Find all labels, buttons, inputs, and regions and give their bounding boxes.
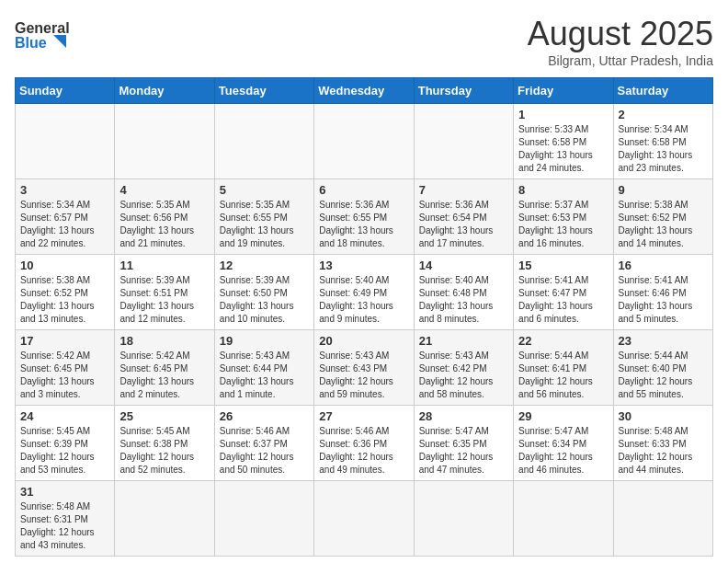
day-number: 25 [119,409,209,423]
calendar-cell: 30Sunrise: 5:48 AM Sunset: 6:33 PM Dayli… [613,406,712,481]
calendar-header-row: Sunday Monday Tuesday Wednesday Thursday… [16,78,713,104]
calendar-cell: 11Sunrise: 5:39 AM Sunset: 6:51 PM Dayli… [115,255,214,330]
svg-text:Blue: Blue [15,35,47,51]
logo: General Blue [15,15,70,55]
calendar-week-row: 1Sunrise: 5:33 AM Sunset: 6:58 PM Daylig… [16,104,713,179]
day-info: Sunrise: 5:38 AM Sunset: 6:52 PM Dayligh… [619,199,708,250]
calendar-week-row: 10Sunrise: 5:38 AM Sunset: 6:52 PM Dayli… [16,255,713,330]
calendar-cell: 31Sunrise: 5:48 AM Sunset: 6:31 PM Dayli… [16,481,115,557]
calendar-cell: 12Sunrise: 5:39 AM Sunset: 6:50 PM Dayli… [214,255,313,330]
calendar-cell: 20Sunrise: 5:43 AM Sunset: 6:43 PM Dayli… [314,330,414,406]
svg-marker-2 [53,35,66,48]
day-number: 31 [20,485,109,499]
calendar-cell [613,481,712,557]
day-info: Sunrise: 5:33 AM Sunset: 6:58 PM Dayligh… [518,123,608,175]
day-number: 10 [20,259,109,272]
day-number: 13 [319,259,408,272]
col-saturday: Saturday [613,78,712,104]
day-number: 12 [220,259,309,272]
day-info: Sunrise: 5:45 AM Sunset: 6:39 PM Dayligh… [20,425,109,477]
day-number: 9 [619,183,708,197]
day-number: 19 [220,334,309,348]
day-info: Sunrise: 5:48 AM Sunset: 6:33 PM Dayligh… [619,425,708,477]
calendar-cell [115,481,214,557]
calendar-cell [514,481,613,557]
day-number: 24 [20,409,109,423]
day-number: 29 [518,409,608,423]
col-wednesday: Wednesday [314,78,414,104]
day-number: 18 [119,334,209,348]
day-info: Sunrise: 5:43 AM Sunset: 6:43 PM Dayligh… [319,350,408,401]
day-number: 30 [619,409,708,423]
calendar-cell [16,104,115,179]
day-info: Sunrise: 5:43 AM Sunset: 6:44 PM Dayligh… [220,350,309,401]
day-number: 26 [220,409,309,423]
calendar-cell [414,481,513,557]
day-number: 16 [619,259,708,272]
calendar-cell: 7Sunrise: 5:36 AM Sunset: 6:54 PM Daylig… [414,179,513,255]
day-info: Sunrise: 5:37 AM Sunset: 6:53 PM Dayligh… [518,199,608,250]
day-info: Sunrise: 5:45 AM Sunset: 6:38 PM Dayligh… [119,425,209,477]
day-info: Sunrise: 5:38 AM Sunset: 6:52 PM Dayligh… [20,274,109,326]
day-info: Sunrise: 5:34 AM Sunset: 6:58 PM Dayligh… [619,123,708,175]
day-info: Sunrise: 5:35 AM Sunset: 6:56 PM Dayligh… [119,199,209,250]
day-number: 11 [119,259,209,272]
calendar-cell: 2Sunrise: 5:34 AM Sunset: 6:58 PM Daylig… [613,104,712,179]
col-thursday: Thursday [414,78,513,104]
day-number: 1 [518,108,608,121]
day-info: Sunrise: 5:36 AM Sunset: 6:55 PM Dayligh… [319,199,408,250]
day-info: Sunrise: 5:42 AM Sunset: 6:45 PM Dayligh… [119,350,209,401]
calendar-cell: 16Sunrise: 5:41 AM Sunset: 6:46 PM Dayli… [613,255,712,330]
day-number: 5 [220,183,309,197]
day-info: Sunrise: 5:48 AM Sunset: 6:31 PM Dayligh… [20,500,109,552]
calendar-cell: 15Sunrise: 5:41 AM Sunset: 6:47 PM Dayli… [514,255,613,330]
calendar-cell: 26Sunrise: 5:46 AM Sunset: 6:37 PM Dayli… [214,406,313,481]
calendar-cell: 28Sunrise: 5:47 AM Sunset: 6:35 PM Dayli… [414,406,513,481]
calendar-cell: 21Sunrise: 5:43 AM Sunset: 6:42 PM Dayli… [414,330,513,406]
day-info: Sunrise: 5:42 AM Sunset: 6:45 PM Dayligh… [20,350,109,401]
day-number: 20 [319,334,408,348]
day-info: Sunrise: 5:34 AM Sunset: 6:57 PM Dayligh… [20,199,109,250]
col-sunday: Sunday [16,78,115,104]
calendar-cell: 27Sunrise: 5:46 AM Sunset: 6:36 PM Dayli… [314,406,414,481]
day-number: 8 [518,183,608,197]
day-info: Sunrise: 5:47 AM Sunset: 6:35 PM Dayligh… [419,425,508,477]
calendar-cell: 8Sunrise: 5:37 AM Sunset: 6:53 PM Daylig… [514,179,613,255]
day-info: Sunrise: 5:41 AM Sunset: 6:47 PM Dayligh… [518,274,608,326]
col-friday: Friday [514,78,613,104]
calendar-cell: 3Sunrise: 5:34 AM Sunset: 6:57 PM Daylig… [16,179,115,255]
day-info: Sunrise: 5:39 AM Sunset: 6:51 PM Dayligh… [119,274,209,326]
day-info: Sunrise: 5:35 AM Sunset: 6:55 PM Dayligh… [220,199,309,250]
day-number: 2 [619,108,708,121]
day-info: Sunrise: 5:39 AM Sunset: 6:50 PM Dayligh… [220,274,309,326]
location-subtitle: Bilgram, Uttar Pradesh, India [528,53,713,68]
calendar-cell: 14Sunrise: 5:40 AM Sunset: 6:48 PM Dayli… [414,255,513,330]
day-info: Sunrise: 5:36 AM Sunset: 6:54 PM Dayligh… [419,199,508,250]
day-number: 14 [419,259,508,272]
day-info: Sunrise: 5:40 AM Sunset: 6:48 PM Dayligh… [419,274,508,326]
day-number: 4 [119,183,209,197]
calendar-cell: 23Sunrise: 5:44 AM Sunset: 6:40 PM Dayli… [613,330,712,406]
day-number: 6 [319,183,408,197]
calendar-cell: 29Sunrise: 5:47 AM Sunset: 6:34 PM Dayli… [514,406,613,481]
day-number: 3 [20,183,109,197]
calendar-cell: 19Sunrise: 5:43 AM Sunset: 6:44 PM Dayli… [214,330,313,406]
day-number: 15 [518,259,608,272]
calendar-cell: 9Sunrise: 5:38 AM Sunset: 6:52 PM Daylig… [613,179,712,255]
day-number: 7 [419,183,508,197]
day-number: 22 [518,334,608,348]
day-info: Sunrise: 5:44 AM Sunset: 6:40 PM Dayligh… [619,350,708,401]
logo-icon: General Blue [15,15,70,55]
col-tuesday: Tuesday [214,78,313,104]
calendar-cell: 17Sunrise: 5:42 AM Sunset: 6:45 PM Dayli… [16,330,115,406]
day-info: Sunrise: 5:40 AM Sunset: 6:49 PM Dayligh… [319,274,408,326]
day-info: Sunrise: 5:43 AM Sunset: 6:42 PM Dayligh… [419,350,508,401]
calendar-cell: 4Sunrise: 5:35 AM Sunset: 6:56 PM Daylig… [115,179,214,255]
calendar-week-row: 31Sunrise: 5:48 AM Sunset: 6:31 PM Dayli… [16,481,713,557]
calendar-cell: 6Sunrise: 5:36 AM Sunset: 6:55 PM Daylig… [314,179,414,255]
calendar-cell [214,104,313,179]
svg-text:General: General [15,20,70,36]
calendar-table: Sunday Monday Tuesday Wednesday Thursday… [15,77,713,557]
day-info: Sunrise: 5:46 AM Sunset: 6:36 PM Dayligh… [319,425,408,477]
calendar-cell: 24Sunrise: 5:45 AM Sunset: 6:39 PM Dayli… [16,406,115,481]
